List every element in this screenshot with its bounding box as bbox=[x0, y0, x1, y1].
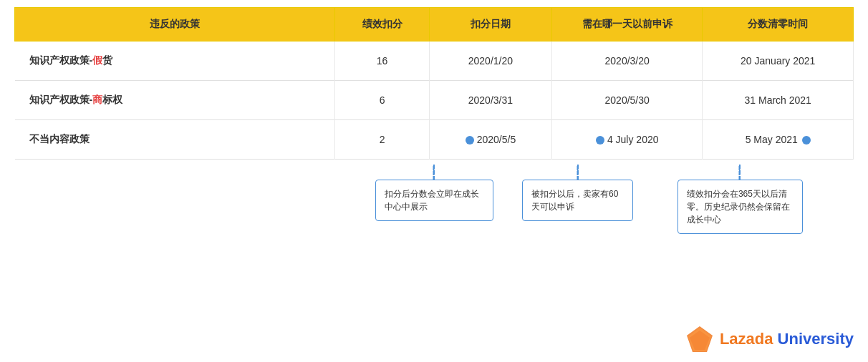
lazada-logo-icon bbox=[685, 325, 714, 353]
row1-appeal: 2020/3/20 bbox=[551, 41, 703, 81]
blue-dot-appeal bbox=[596, 136, 604, 145]
tooltip-3-text: 绩效扣分会在365天以后清零。历史纪录仍然会保留在成长中心 bbox=[687, 189, 790, 225]
page-wrapper: 违反的政策 绩效扣分 扣分日期 需在哪一天以前申诉 分数清零时间 知识产权政策-… bbox=[0, 0, 868, 362]
lazada-university-text: Lazada University bbox=[720, 330, 854, 348]
lazada-text-blue: University bbox=[773, 330, 854, 348]
row1-clear: 20 January 2021 bbox=[703, 41, 854, 81]
row2-score: 6 bbox=[335, 81, 430, 120]
tooltip-2: 被扣分以后，卖家有60天可以申诉 bbox=[522, 180, 633, 221]
tooltip-1: 扣分后分数会立即在成长中心中展示 bbox=[375, 180, 493, 221]
header-date: 扣分日期 bbox=[429, 8, 551, 41]
blue-dot-clear bbox=[802, 136, 811, 145]
row1-score: 16 bbox=[335, 41, 430, 81]
tooltip-1-text: 扣分后分数会立即在成长中心中展示 bbox=[385, 189, 479, 212]
row1-date: 2020/1/20 bbox=[429, 41, 551, 81]
row3-date-text: 2020/5/5 bbox=[477, 134, 516, 145]
header-score: 绩效扣分 bbox=[335, 8, 430, 41]
tooltip-3: 绩效扣分会在365天以后清零。历史纪录仍然会保留在成长中心 bbox=[677, 180, 803, 234]
row3-date: 2020/5/5 bbox=[429, 120, 551, 160]
dashed-line-3 bbox=[739, 165, 741, 180]
row1-policy: 知识产权政策-假货 bbox=[15, 41, 335, 81]
lazada-brand: Lazada University bbox=[685, 325, 854, 353]
dashed-line-2 bbox=[577, 165, 579, 180]
lazada-text-orange: Lazada bbox=[720, 330, 773, 348]
row2-clear: 31 March 2021 bbox=[703, 81, 854, 120]
row2-policy-after: 标权 bbox=[102, 94, 122, 105]
row3-score: 2 bbox=[335, 120, 430, 160]
row2-date: 2020/3/31 bbox=[429, 81, 551, 120]
row2-policy: 知识产权政策-商标权 bbox=[15, 81, 335, 120]
row3-clear-text: 5 May 2021 bbox=[746, 134, 798, 145]
table-header-row: 违反的政策 绩效扣分 扣分日期 需在哪一天以前申诉 分数清零时间 bbox=[15, 8, 854, 41]
header-clear: 分数清零时间 bbox=[703, 8, 854, 41]
row3-policy: 不当内容政策 bbox=[15, 120, 335, 160]
row2-policy-before: 知识产权政策- bbox=[29, 94, 93, 105]
row1-policy-before: 知识产权政策- bbox=[29, 54, 93, 66]
row3-appeal-text: 4 July 2020 bbox=[607, 134, 659, 145]
table-row: 知识产权政策-商标权 6 2020/3/31 2020/5/30 31 Marc… bbox=[15, 81, 854, 120]
tooltip-2-text: 被扣分以后，卖家有60天可以申诉 bbox=[531, 189, 618, 212]
row3-appeal: 4 July 2020 bbox=[551, 120, 703, 160]
row2-policy-highlight: 商 bbox=[92, 94, 102, 105]
blue-dot-date bbox=[466, 136, 474, 145]
row3-clear: 5 May 2021 bbox=[703, 120, 854, 160]
tooltip-area: 扣分后分数会立即在成长中心中展示 被扣分以后，卖家有60天可以申诉 绩效扣分会在… bbox=[14, 160, 854, 267]
row1-policy-highlight: 假 bbox=[92, 54, 102, 66]
dashed-line-1 bbox=[433, 165, 435, 180]
header-appeal: 需在哪一天以前申诉 bbox=[551, 8, 703, 41]
row2-appeal: 2020/5/30 bbox=[551, 81, 703, 120]
header-policy: 违反的政策 bbox=[15, 8, 335, 41]
table-row: 知识产权政策-假货 16 2020/1/20 2020/3/20 20 Janu… bbox=[15, 41, 854, 81]
row1-policy-after: 货 bbox=[102, 54, 112, 66]
table-row: 不当内容政策 2 2020/5/5 4 July 2020 5 May 2021 bbox=[15, 120, 854, 160]
main-table: 违反的政策 绩效扣分 扣分日期 需在哪一天以前申诉 分数清零时间 知识产权政策-… bbox=[14, 7, 854, 160]
